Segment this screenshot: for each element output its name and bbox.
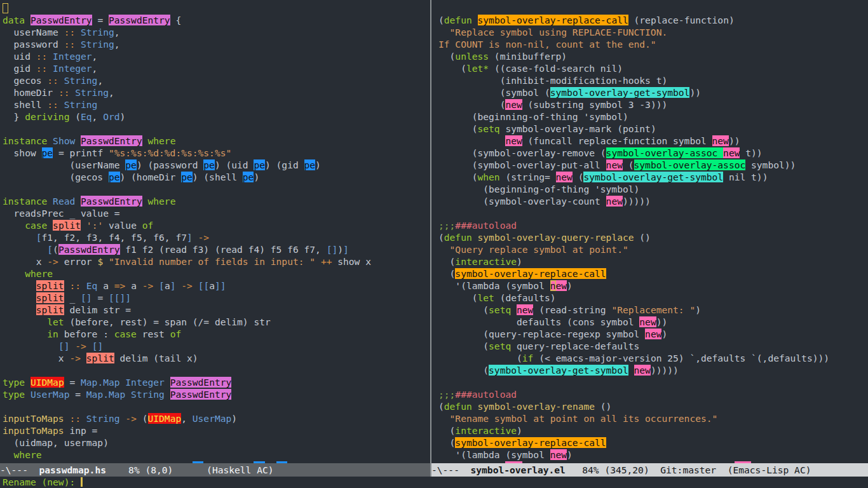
code-line: (unless (minibufferp) — [438, 50, 829, 62]
code-line: uid :: Integer, — [3, 50, 371, 62]
code-line: (setq symbol-overlay-mark (point) — [438, 123, 829, 135]
code-line: (symbol-overlay-put-all new (symbol-over… — [438, 159, 829, 171]
haskell-buffer-text: data PasswdEntry = PasswdEntry { userNam… — [3, 2, 371, 463]
code-line: } deriving (Eq, Ord) — [3, 111, 371, 123]
code-line: (symbol-overlay-replace-call — [438, 268, 829, 280]
code-line: [(PasswdEntry f1 f2 (read f3) (read f4) … — [3, 243, 371, 255]
code-line: inputToMaps inp = — [3, 424, 371, 437]
code-line: (if (< emacs-major-version 25) `,default… — [438, 352, 829, 364]
code-line: (symbol-overlay-count new))))) — [438, 195, 829, 207]
code-line: "Replace symbol using REPLACE-FUNCTION. — [438, 26, 829, 38]
code-line: (beginning-of-thing 'symbol) — [438, 183, 829, 195]
minibuffer-prompt: Rename (new): — [3, 477, 81, 487]
modeline-inactive[interactable]: -\--- passwdmap.hs 8% (8,0) (Haskell AC) — [0, 463, 430, 477]
code-line: (let* ((case-fold-search nil) — [438, 62, 829, 74]
code-line: (interactive) — [438, 424, 829, 437]
code-line: new (funcall replace-function symbol new… — [438, 135, 829, 147]
code-line: gid :: Integer, — [3, 62, 371, 74]
code-line: (symbol-overlay-replace-call — [438, 437, 829, 449]
code-line: split delim str = — [3, 304, 371, 316]
code-line: type UserMap = Map.Map String PasswdEntr… — [3, 388, 371, 400]
code-line — [438, 2, 829, 14]
code-line: in before : case rest of — [3, 328, 371, 340]
code-line: password :: String, — [3, 38, 371, 50]
code-line: (when (string= new (symbol-overlay-get-s… — [438, 171, 829, 183]
code-line: where — [3, 268, 371, 280]
code-line: where — [3, 449, 371, 461]
code-line: defaults (cons symbol new)) — [438, 316, 829, 328]
code-line: data PasswdEntry = PasswdEntry { — [3, 14, 371, 26]
code-line: (let (defaults) — [438, 292, 829, 304]
code-line: (new (substring symbol 3 -3))) — [438, 98, 829, 111]
code-line: (symbol (symbol-overlay-get-symbol)) — [438, 86, 829, 98]
code-line: (setq new (read-string "Replacement: ") — [438, 304, 829, 316]
minibuffer[interactable]: Rename (new): — [0, 477, 868, 488]
code-line: "Query replace symbol at point." — [438, 243, 829, 255]
code-line: split _ [] = [[]] — [3, 292, 371, 304]
code-line: [] -> [] — [3, 340, 371, 352]
editor-pane-haskell[interactable]: data PasswdEntry = PasswdEntry { userNam… — [0, 0, 430, 463]
code-line: (query-replace-regexp symbol new) — [438, 328, 829, 340]
code-line: (symbol-overlay-remove (symbol-overlay-a… — [438, 147, 829, 159]
code-line: readsPrec _ value = — [3, 207, 371, 219]
code-line: (gecos pe) (homeDir pe) (shell pe) — [3, 171, 371, 183]
code-line: (setq query-replace-defaults — [438, 340, 829, 352]
code-line: (uidmap, usermap) — [3, 437, 371, 449]
code-line: (defun symbol-overlay-replace-call (repl… — [438, 14, 829, 26]
code-line: case split ':' value of — [3, 219, 371, 231]
code-line: [f1, f2, f3, f4, f5, f6, f7] -> — [3, 231, 371, 243]
code-line — [438, 207, 829, 219]
code-line: show pe = printf "%s:%s:%d:%d:%s:%s:%s" — [3, 147, 371, 159]
code-line: (defun symbol-overlay-query-replace () — [438, 231, 829, 243]
code-line: split :: Eq a => a -> [a] -> [[a]] — [3, 280, 371, 292]
modeline-prefix: -\--- — [431, 464, 471, 475]
elisp-buffer-text: (defun symbol-overlay-replace-call (repl… — [438, 2, 829, 463]
code-line: '(lambda (symbol new) — [438, 449, 829, 461]
modeline-status: 84% (345,20) Git:master (Emacs-Lisp AC) — [566, 464, 811, 475]
code-line: If COUNT is non-nil, count at the end." — [438, 38, 829, 50]
code-line — [3, 364, 371, 376]
code-line — [3, 400, 371, 412]
modeline-status: 8% (8,0) (Haskell AC) — [106, 464, 274, 475]
code-line — [3, 183, 371, 195]
code-line: instance Read PasswdEntry where — [3, 195, 371, 207]
code-line: gecos :: String, — [3, 74, 371, 86]
code-line: x -> error $ "Invalid number of fields i… — [3, 255, 371, 268]
code-line — [3, 2, 371, 14]
editor-pane-elisp[interactable]: (defun symbol-overlay-replace-call (repl… — [431, 0, 868, 463]
code-line: inputToMaps :: String -> (UIDMap, UserMa… — [3, 412, 371, 424]
code-line — [3, 123, 371, 135]
code-line: (beginning-of-thing 'symbol) — [438, 111, 829, 123]
code-line: instance Show PasswdEntry where — [3, 135, 371, 147]
code-line: "Rename symbol at point on all its occur… — [438, 412, 829, 424]
modeline-active[interactable]: -\--- symbol-overlay.el 84% (345,20) Git… — [431, 463, 868, 477]
code-line: (defun symbol-overlay-rename () — [438, 400, 829, 412]
code-line: homeDir :: String, — [3, 86, 371, 98]
modeline-prefix: -\--- — [0, 464, 39, 475]
code-line: '(lambda (symbol new) — [438, 280, 829, 292]
text-cursor — [81, 477, 83, 487]
code-line: userName :: String, — [3, 26, 371, 38]
code-line: (interactive) — [438, 255, 829, 268]
code-line: x -> split delim (tail x) — [3, 352, 371, 364]
code-line: (symbol-overlay-get-symbol new))))) — [438, 364, 829, 376]
modeline-filename: symbol-overlay.el — [471, 464, 566, 475]
code-line: ;;;###autoload — [438, 388, 829, 400]
code-line: ;;;###autoload — [438, 219, 829, 231]
code-line: let (before, rest) = span (/= delim) str — [3, 316, 371, 328]
code-line: (inhibit-modification-hooks t) — [438, 74, 829, 86]
code-line: type UIDMap = Map.Map Integer PasswdEntr… — [3, 376, 371, 388]
code-line: (userName pe) (password pe) (uid pe) (gi… — [3, 159, 371, 171]
code-line: shell :: String — [3, 98, 371, 111]
code-line — [438, 376, 829, 388]
modeline-filename: passwdmap.hs — [39, 464, 106, 475]
